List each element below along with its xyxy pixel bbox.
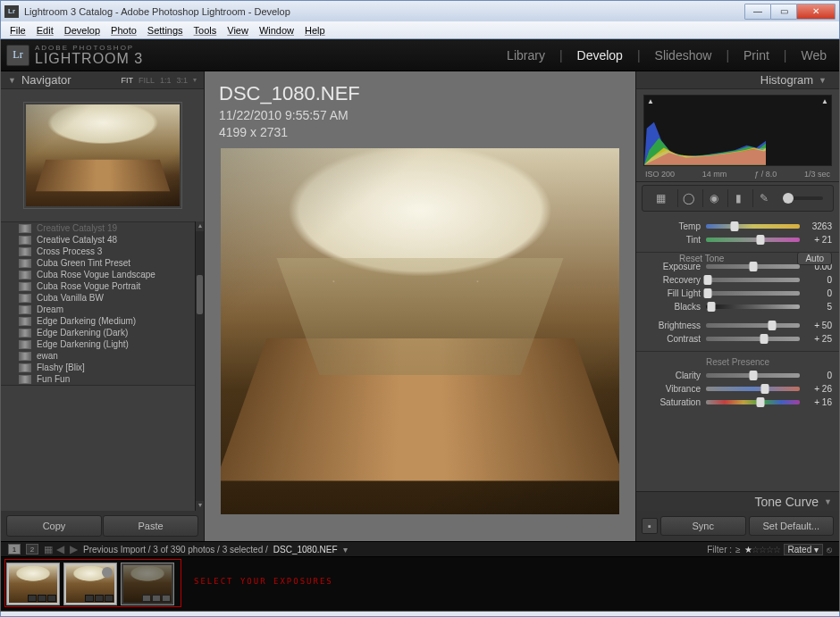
brightness-slider[interactable] (706, 323, 800, 328)
preset-item[interactable]: Dream (1, 304, 204, 315)
tint-slider[interactable] (706, 238, 800, 242)
menu-help[interactable]: Help (299, 23, 331, 38)
menu-view[interactable]: View (222, 23, 254, 38)
prev-photo-icon[interactable]: ◀ (56, 543, 64, 555)
monitor-1[interactable]: 1 (8, 544, 21, 554)
filter-stars[interactable]: ★☆☆☆☆ (744, 545, 780, 554)
navigator-header[interactable]: ▼ Navigator FIT FILL 1:1 3:1 ▾ (1, 71, 204, 89)
filter-preset-dropdown[interactable]: Rated ▾ (784, 544, 823, 555)
scroll-thumb[interactable] (197, 275, 203, 314)
preset-item[interactable]: Edge Darkening (Dark) (1, 327, 204, 338)
histogram-header[interactable]: Histogram ▼ (636, 71, 839, 89)
contrast-slider[interactable] (706, 337, 800, 341)
vibrance-slider[interactable] (706, 387, 800, 391)
tone-curve-header[interactable]: Tone Curve ▼ (636, 491, 839, 511)
close-button[interactable]: ✕ (796, 4, 836, 20)
minimize-button[interactable]: — (744, 4, 771, 20)
menu-settings[interactable]: Settings (142, 23, 189, 38)
brand-text: ADOBE PHOTOSHOP LIGHTROOM 3 (35, 45, 143, 66)
set-default-button[interactable]: Set Default... (749, 516, 835, 536)
right-bottom-bar: ▪ Sync Set Default... (636, 511, 839, 541)
reset-tone-label[interactable]: Reset Tone (679, 254, 724, 263)
saturation-slider[interactable] (706, 400, 800, 404)
zoom-1to1[interactable]: 1:1 (160, 76, 172, 85)
exif-focal: 14 mm (702, 170, 727, 179)
clarity-label: Clarity (643, 371, 701, 380)
preset-item[interactable]: ewan (1, 350, 204, 362)
menu-tools[interactable]: Tools (189, 23, 223, 38)
maximize-button[interactable]: ▭ (770, 4, 797, 20)
zoom-fill[interactable]: FILL (139, 76, 155, 85)
scroll-down-icon[interactable]: ▾ (196, 501, 204, 511)
crop-tool-icon[interactable]: ▦ (647, 189, 674, 207)
exposure-label: Exposure (643, 262, 701, 271)
saturation-label: Saturation (643, 397, 701, 407)
temp-label: Temp (643, 221, 701, 231)
temp-slider[interactable] (706, 224, 800, 229)
switch-toggle-icon[interactable]: ▪ (642, 518, 658, 534)
menu-develop[interactable]: Develop (59, 23, 105, 38)
grid-view-icon[interactable]: ▦ (44, 544, 51, 555)
module-library[interactable]: Library (503, 48, 549, 63)
filter-ge-icon[interactable]: ≥ (735, 545, 741, 554)
preset-item[interactable]: Cuba Rose Vogue Landscape (1, 269, 204, 280)
scroll-up-icon[interactable]: ▴ (196, 221, 204, 231)
module-develop[interactable]: Develop (574, 48, 626, 63)
histogram-display[interactable] (643, 95, 832, 166)
menu-edit[interactable]: Edit (31, 23, 59, 38)
mask-slider[interactable] (783, 196, 823, 200)
clarity-slider[interactable] (706, 373, 800, 378)
filmstrip-thumb[interactable] (121, 563, 174, 605)
filmstrip-thumb[interactable] (6, 563, 60, 605)
preset-item[interactable]: Fun Fun (1, 373, 204, 385)
navigator-thumbnail[interactable] (23, 102, 182, 209)
preset-item[interactable]: Cross Process 3 (1, 246, 204, 257)
menu-bar: File Edit Develop Photo Settings Tools V… (0, 21, 840, 39)
stack-badge-icon (102, 567, 113, 578)
preset-item[interactable]: Edge Darkeing (Medium) (1, 315, 204, 327)
preset-item[interactable]: Cuba Rose Vogue Portrait (1, 280, 204, 292)
image-view[interactable] (221, 148, 619, 514)
filmstrip-current[interactable]: DSC_1080.NEF (273, 545, 338, 554)
preset-item[interactable]: Cuba Vanilla BW (1, 292, 204, 304)
filter-lock-icon[interactable]: ⎋ (827, 545, 832, 554)
menu-photo[interactable]: Photo (105, 23, 142, 38)
blacks-slider[interactable] (706, 304, 800, 309)
preset-scrollbar[interactable]: ▴ ▾ (195, 221, 204, 511)
preset-icon (19, 294, 31, 303)
preset-item[interactable]: Edge Darkening (Light) (1, 338, 204, 350)
fill-slider[interactable] (706, 291, 800, 296)
image-datetime: 11/22/2010 9:55:57 AM (219, 107, 360, 124)
copy-button[interactable]: Copy (6, 515, 102, 537)
menu-file[interactable]: File (4, 23, 31, 38)
preset-icon (19, 329, 31, 338)
module-slideshow[interactable]: Slideshow (651, 48, 716, 63)
menu-window[interactable]: Window (254, 23, 299, 38)
zoom-ratio[interactable]: 3:1 (176, 76, 188, 85)
sync-button[interactable]: Sync (660, 516, 746, 536)
preset-item[interactable]: Flashy [Blix] (1, 362, 204, 373)
brush-tool-icon[interactable]: ✎ (752, 189, 774, 207)
brightness-value: + 50 (805, 321, 832, 330)
exposure-slider[interactable] (706, 264, 800, 269)
filmstrip-thumb[interactable] (63, 563, 117, 605)
auto-tone-button[interactable]: Auto (797, 252, 832, 265)
next-photo-icon[interactable]: ▶ (70, 543, 78, 555)
gradient-tool-icon[interactable]: ▮ (727, 189, 749, 207)
spot-tool-icon[interactable]: ◯ (677, 189, 699, 207)
preset-item[interactable]: Creative Catalyst 19 (1, 222, 204, 234)
zoom-menu-icon[interactable]: ▾ (193, 76, 197, 85)
tool-strip: ▦ ◯ ◉ ▮ ✎ (642, 185, 834, 212)
reset-presence-label[interactable]: Reset Presence (643, 354, 832, 369)
preset-icon (19, 305, 31, 314)
module-print[interactable]: Print (740, 48, 773, 63)
fill-value: 0 (805, 288, 832, 298)
preset-item[interactable]: Creative Catalyst 48 (1, 234, 204, 246)
redeye-tool-icon[interactable]: ◉ (702, 189, 724, 207)
monitor-2[interactable]: 2 (26, 544, 38, 554)
zoom-fit[interactable]: FIT (121, 76, 133, 85)
paste-button[interactable]: Paste (103, 515, 198, 537)
preset-item[interactable]: Cuba Green Tint Preset (1, 257, 204, 269)
recovery-slider[interactable] (706, 278, 800, 282)
module-web[interactable]: Web (797, 48, 830, 63)
